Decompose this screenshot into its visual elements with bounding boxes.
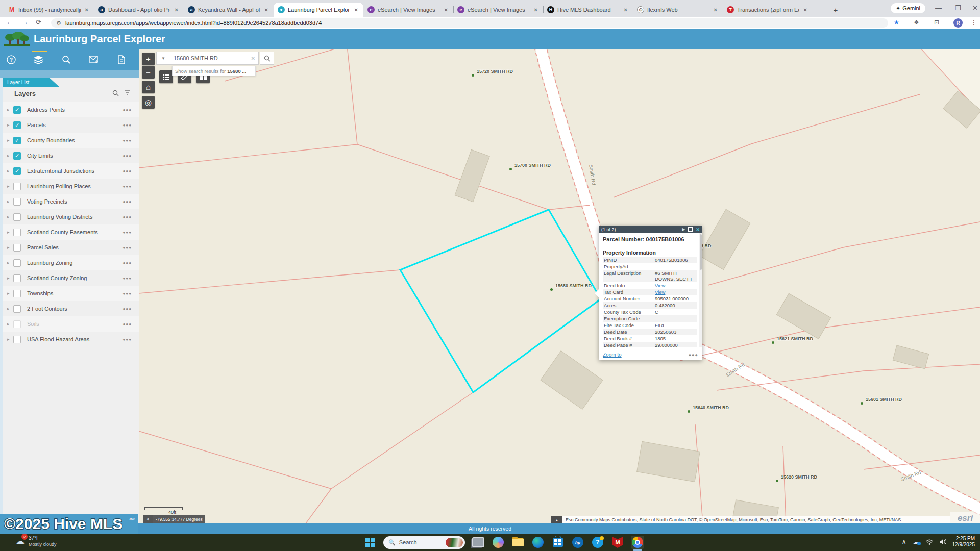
- layer-row[interactable]: ▸ Voting Precincts ●●●: [3, 194, 139, 209]
- tab-close-icon[interactable]: ✕: [84, 7, 90, 13]
- tab-close-icon[interactable]: ✕: [533, 7, 539, 13]
- expand-caret-icon[interactable]: ▸: [7, 138, 12, 143]
- browser-tab[interactable]: a Keyandrea Wall - AppFolio Prop ✕: [184, 3, 274, 17]
- layer-row[interactable]: ▸ Laurinburg Voting Districts ●●●: [3, 209, 139, 224]
- browser-tab[interactable]: ● Laurinburg Parcel Explorer ✕: [274, 3, 363, 17]
- layer-checkbox[interactable]: [13, 336, 21, 343]
- taskbar-search[interactable]: 🔍 Search: [383, 536, 465, 549]
- tab-close-icon[interactable]: ✕: [174, 7, 180, 13]
- popup-menu-icon[interactable]: ●●●: [689, 353, 698, 358]
- watermark-collapse-icon[interactable]: ««: [129, 516, 135, 522]
- layer-row[interactable]: ▸ ✓ City Limits ●●●: [3, 148, 139, 163]
- layer-checkbox[interactable]: [13, 290, 21, 297]
- hp-support-icon[interactable]: ?: [591, 536, 604, 549]
- layer-row[interactable]: ▸ Laurinburg Polling Places ●●●: [3, 179, 139, 194]
- mcafee-icon[interactable]: M: [611, 536, 624, 549]
- layer-filter-icon[interactable]: [124, 90, 131, 98]
- expand-caret-icon[interactable]: ▸: [7, 153, 12, 158]
- chrome-taskbar-icon[interactable]: [631, 536, 644, 549]
- layer-checkbox[interactable]: [13, 305, 21, 313]
- popup-header[interactable]: (1 of 2) ▶ ✕: [599, 226, 702, 233]
- search-input[interactable]: 15680 SMITH RD ✕: [170, 52, 259, 65]
- layer-row[interactable]: ▸ ✓ Parcels ●●●: [3, 117, 139, 133]
- site-settings-icon[interactable]: ⚙: [56, 20, 61, 27]
- chrome-menu-icon[interactable]: ⋮: [971, 19, 977, 26]
- window-maximize-button[interactable]: ❐: [955, 4, 961, 12]
- layer-row[interactable]: ▸ Scotland County Easements ●●●: [3, 224, 139, 240]
- report-envelope-icon[interactable]: [88, 54, 100, 65]
- back-button[interactable]: ←: [6, 18, 13, 26]
- tab-close-icon[interactable]: ✕: [802, 7, 808, 13]
- document-icon[interactable]: [115, 54, 128, 65]
- file-explorer-icon[interactable]: [511, 536, 525, 549]
- taskbar-clock[interactable]: 2:25 PM 12/9/2025: [952, 536, 975, 548]
- wifi-icon[interactable]: [926, 539, 933, 545]
- legend-button[interactable]: [159, 70, 173, 83]
- layer-row[interactable]: ▸ Soils ●●●: [3, 316, 139, 332]
- popup-next-icon[interactable]: ▶: [682, 227, 685, 232]
- expand-caret-icon[interactable]: ▸: [7, 276, 12, 281]
- layer-row[interactable]: ▸ Parcel Sales ●●●: [3, 240, 139, 255]
- window-minimize-button[interactable]: —: [935, 4, 942, 12]
- layer-options-button[interactable]: ●●●: [123, 169, 132, 173]
- layer-options-button[interactable]: ●●●: [123, 276, 132, 281]
- browser-tab[interactable]: ⊙ flexmls Web ✕: [633, 3, 723, 17]
- browser-tab[interactable]: e eSearch | View Images ✕: [363, 3, 453, 17]
- search-icon[interactable]: [60, 54, 72, 65]
- browser-tab[interactable]: H Hive MLS Dashboard ✕: [543, 3, 633, 17]
- profile-avatar[interactable]: R: [953, 18, 963, 28]
- layer-options-button[interactable]: ●●●: [123, 108, 132, 112]
- layer-options-button[interactable]: ●●●: [123, 337, 132, 342]
- expand-caret-icon[interactable]: ▸: [7, 184, 12, 189]
- expand-caret-icon[interactable]: ▸: [7, 306, 12, 311]
- popup-maximize-icon[interactable]: [688, 227, 693, 232]
- layer-checkbox[interactable]: ✓: [13, 106, 21, 114]
- task-view-button[interactable]: [472, 536, 485, 549]
- layer-checkbox[interactable]: [13, 213, 21, 221]
- layer-row[interactable]: ▸ Laurinburg Zoning ●●●: [3, 255, 139, 270]
- expand-caret-icon[interactable]: ▸: [7, 260, 12, 265]
- layer-row[interactable]: ▸ ✓ Address Points ●●●: [3, 102, 139, 117]
- search-source-dropdown[interactable]: ▼: [156, 52, 170, 65]
- browser-tab[interactable]: e eSearch | View Images ✕: [453, 3, 543, 17]
- expand-caret-icon[interactable]: ▸: [7, 122, 12, 128]
- layer-options-button[interactable]: ●●●: [123, 199, 132, 204]
- expand-caret-icon[interactable]: ▸: [7, 230, 12, 235]
- gemini-button[interactable]: ✦Gemini: [891, 3, 925, 13]
- layer-list-tab[interactable]: Layer List: [3, 78, 59, 87]
- view-link[interactable]: View: [655, 283, 665, 288]
- layer-checkbox[interactable]: ✓: [13, 152, 21, 160]
- tab-close-icon[interactable]: ✕: [263, 7, 270, 13]
- search-suggestion[interactable]: Show search results for15680 ...: [172, 66, 256, 76]
- copilot-icon[interactable]: [492, 536, 505, 549]
- expand-caret-icon[interactable]: ▸: [7, 291, 12, 296]
- forward-button[interactable]: →: [21, 18, 28, 26]
- zoom-to-link[interactable]: Zoom to: [603, 352, 622, 358]
- layer-options-button[interactable]: ●●●: [123, 291, 132, 296]
- tab-close-icon[interactable]: ✕: [443, 7, 449, 13]
- volume-icon[interactable]: [939, 539, 946, 545]
- edge-icon[interactable]: [531, 536, 545, 549]
- layer-options-button[interactable]: ●●●: [123, 261, 132, 265]
- address-bar[interactable]: ⚙ laurinburg.maps.arcgis.com/apps/webapp…: [51, 18, 888, 28]
- layer-checkbox[interactable]: ✓: [13, 167, 21, 175]
- clear-search-icon[interactable]: ✕: [251, 56, 255, 61]
- layer-options-button[interactable]: ●●●: [123, 307, 132, 311]
- layer-checkbox[interactable]: [13, 274, 21, 282]
- expand-caret-icon[interactable]: ▸: [7, 321, 12, 327]
- reload-button[interactable]: ⟳: [36, 18, 41, 26]
- map-canvas[interactable]: 15720 SMITH RD 15700 SMITH RD 15680 SMIT…: [139, 49, 980, 523]
- expand-caret-icon[interactable]: ▸: [7, 337, 12, 342]
- layer-checkbox[interactable]: [13, 229, 21, 236]
- layer-search-icon[interactable]: [112, 90, 119, 98]
- layer-row[interactable]: ▸ Townships ●●●: [3, 286, 139, 301]
- layer-row[interactable]: ▸ 2 Foot Contours ●●●: [3, 301, 139, 316]
- crosshair-icon[interactable]: ⌖: [143, 515, 153, 523]
- popup-scrollbar[interactable]: [699, 233, 702, 347]
- layer-row[interactable]: ▸ ✓ Extraterritorial Jurisdictions ●●●: [3, 163, 139, 179]
- layer-checkbox[interactable]: [13, 198, 21, 206]
- layer-options-button[interactable]: ●●●: [123, 245, 132, 250]
- microsoft-store-icon[interactable]: [551, 536, 565, 549]
- tab-close-icon[interactable]: ✕: [713, 7, 719, 13]
- browser-sidepanel-icon[interactable]: ⊡: [934, 19, 939, 26]
